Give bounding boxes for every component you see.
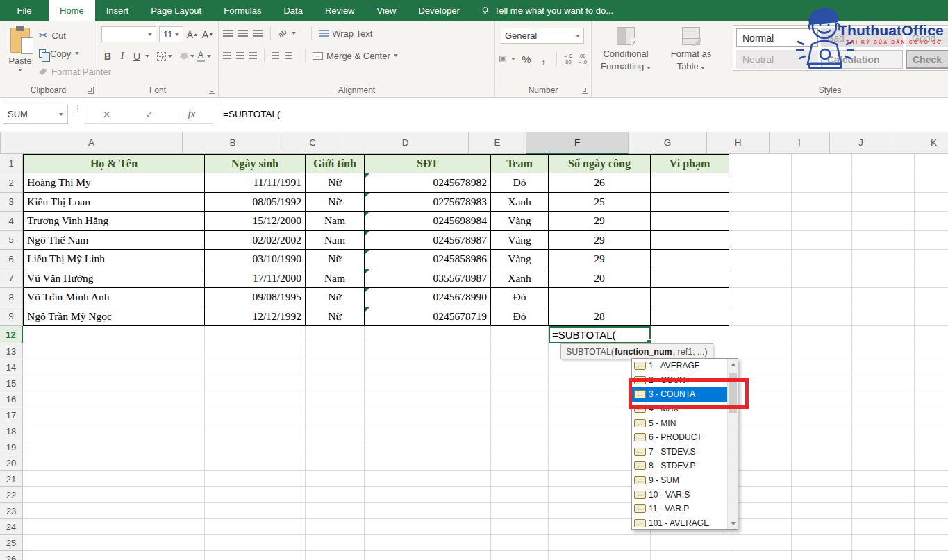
column-header-C[interactable]: C — [283, 132, 342, 154]
orientation-icon[interactable]: ab — [276, 27, 288, 39]
cell-I4[interactable] — [792, 212, 852, 231]
row-header-18[interactable]: 18 — [0, 423, 23, 439]
cell-H25[interactable] — [729, 535, 792, 551]
cell-B12[interactable] — [205, 326, 306, 343]
select-all-button[interactable] — [0, 132, 1, 154]
cut-button[interactable]: ✂ Cut — [39, 28, 66, 43]
cell-I12[interactable] — [792, 326, 852, 343]
number-format-combo[interactable]: General — [501, 28, 584, 44]
cell-B7[interactable]: 17/11/2000 — [205, 269, 306, 289]
cell-G4[interactable] — [651, 212, 729, 231]
cell-I21[interactable] — [792, 471, 852, 487]
cell-K5[interactable] — [915, 231, 948, 251]
cell-I5[interactable] — [792, 231, 852, 251]
cell-J16[interactable] — [852, 391, 915, 407]
enter-button[interactable]: ✓ — [145, 109, 153, 120]
column-header-A[interactable]: A — [1, 132, 183, 154]
cell-A14[interactable] — [23, 359, 205, 375]
cell-C7[interactable]: Nam — [306, 269, 365, 289]
cell-B24[interactable] — [205, 519, 306, 535]
cell-J13[interactable] — [852, 343, 915, 359]
cell-B19[interactable] — [205, 439, 306, 455]
cell-F2[interactable]: 26 — [549, 173, 651, 193]
borders-icon[interactable] — [157, 52, 166, 61]
cell-J23[interactable] — [852, 503, 915, 519]
cell-C14[interactable] — [306, 359, 365, 375]
cell-E12[interactable] — [491, 326, 549, 343]
cell-K21[interactable] — [915, 471, 948, 487]
cell-F4[interactable]: 29 — [549, 212, 651, 231]
cell-E16[interactable] — [491, 391, 549, 407]
cell-C9[interactable]: Nữ — [306, 307, 365, 327]
cell-G3[interactable] — [651, 193, 729, 212]
row-header-5[interactable]: 5 — [0, 231, 23, 251]
scroll-down-icon[interactable] — [731, 522, 736, 525]
cell-C5[interactable]: Nam — [306, 231, 365, 251]
cell-D24[interactable] — [365, 519, 491, 535]
autocomplete-item-7-stdev-s[interactable]: …7 - STDEV.S — [632, 445, 727, 459]
cell-E14[interactable] — [491, 359, 549, 375]
cell-H26[interactable] — [729, 551, 792, 560]
cell-F1[interactable]: Số ngày công — [549, 154, 651, 173]
cell-A18[interactable] — [23, 423, 205, 439]
cell-H2[interactable] — [729, 173, 792, 193]
tab-data[interactable]: Data — [272, 0, 313, 21]
cell-E22[interactable] — [491, 487, 549, 503]
cell-A7[interactable]: Vũ Văn Hưởng — [23, 269, 205, 289]
cell-D17[interactable] — [365, 407, 491, 423]
italic-button[interactable]: I — [116, 49, 128, 64]
cell-D12[interactable] — [365, 326, 491, 343]
cell-I26[interactable] — [792, 551, 852, 560]
cell-H23[interactable] — [729, 503, 792, 519]
font-size-combo[interactable]: 11 — [159, 26, 183, 42]
fill-color-icon[interactable] — [180, 53, 188, 60]
cell-C4[interactable]: Nam — [306, 212, 365, 231]
increase-indent-icon[interactable] — [285, 52, 292, 60]
cancel-button[interactable]: ✕ — [103, 109, 111, 120]
cell-J20[interactable] — [852, 455, 915, 471]
cell-D25[interactable] — [365, 535, 491, 551]
cell-I23[interactable] — [792, 503, 852, 519]
tab-formulas[interactable]: Formulas — [213, 0, 272, 21]
cell-G12[interactable] — [651, 326, 729, 343]
cell-G5[interactable] — [651, 231, 729, 251]
row-header-6[interactable]: 6 — [0, 250, 23, 269]
cell-D20[interactable] — [365, 455, 491, 471]
cell-A4[interactable]: Trương Vinh Hằng — [23, 212, 205, 231]
cell-C26[interactable] — [306, 551, 365, 560]
cell-I16[interactable] — [792, 391, 852, 407]
cell-I19[interactable] — [792, 439, 852, 455]
cell-F12[interactable]: =SUBTOTAL( — [549, 326, 651, 343]
cell-C22[interactable] — [306, 487, 365, 503]
cell-E2[interactable]: Đỏ — [491, 173, 549, 193]
number-dialog-launcher[interactable] — [582, 87, 588, 94]
cell-A2[interactable]: Hoàng Thị My — [23, 173, 205, 193]
font-color-button[interactable]: A — [197, 51, 205, 62]
cell-K16[interactable] — [915, 391, 948, 407]
cell-B14[interactable] — [205, 359, 306, 375]
conditional-formatting-button[interactable]: Conditional Formatting — [594, 25, 657, 92]
paste-button[interactable]: Paste — [4, 25, 36, 92]
cell-K8[interactable] — [915, 288, 948, 307]
row-header-8[interactable]: 8 — [0, 288, 23, 307]
cell-B15[interactable] — [205, 375, 306, 391]
tab-insert[interactable]: Insert — [95, 0, 140, 21]
cell-J14[interactable] — [852, 359, 915, 375]
cell-D7[interactable]: 0355678987 — [365, 269, 491, 289]
autocomplete-item-8-stdev-p[interactable]: …8 - STDEV.P — [632, 459, 727, 473]
cell-G2[interactable] — [651, 173, 729, 193]
cell-C12[interactable] — [306, 326, 365, 343]
cell-A25[interactable] — [23, 535, 205, 551]
cell-J2[interactable] — [852, 173, 915, 193]
cell-C19[interactable] — [306, 439, 365, 455]
cell-J24[interactable] — [852, 519, 915, 535]
align-center-icon[interactable] — [236, 52, 244, 60]
cell-I8[interactable] — [792, 288, 852, 307]
cell-K14[interactable] — [915, 359, 948, 375]
cell-J6[interactable] — [852, 250, 915, 269]
row-header-12[interactable]: 12 — [0, 326, 23, 343]
cell-K19[interactable] — [915, 439, 948, 455]
cell-K12[interactable] — [915, 326, 948, 343]
cell-H14[interactable] — [729, 359, 792, 375]
cell-D22[interactable] — [365, 487, 491, 503]
